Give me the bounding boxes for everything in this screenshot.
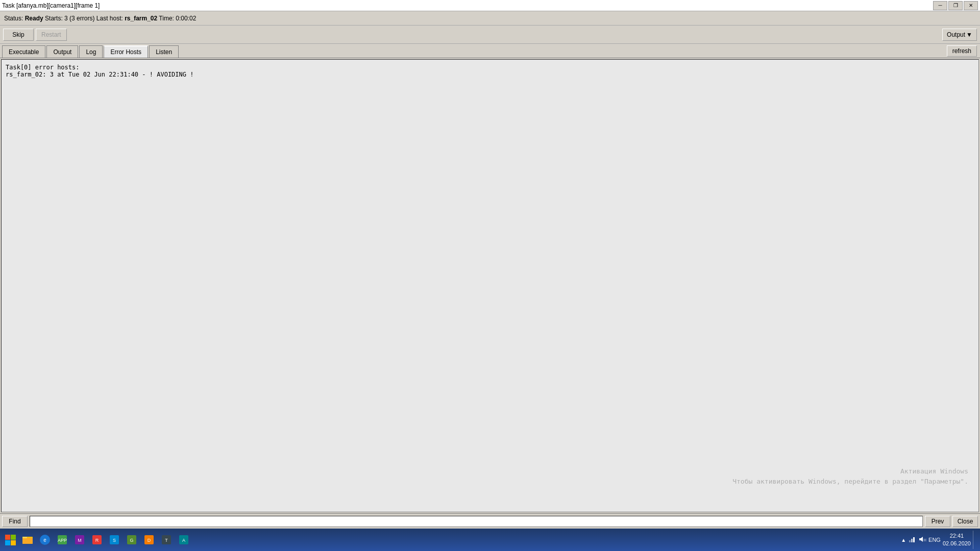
find-input[interactable]: [30, 516, 923, 527]
taskbar-app4[interactable]: M: [71, 532, 88, 548]
find-bar: Find Prev Close: [0, 513, 980, 529]
svg-text:G: G: [130, 538, 133, 543]
network-icon[interactable]: [908, 535, 916, 544]
svg-marker-28: [919, 537, 923, 542]
tab-log-label: Log: [86, 48, 96, 56]
svg-text:M: M: [78, 538, 82, 543]
activation-line1: Активация Windows: [732, 466, 968, 477]
svg-text:D: D: [148, 538, 151, 543]
tab-listen[interactable]: Listen: [149, 45, 179, 58]
taskbar-app7[interactable]: G: [124, 532, 140, 548]
taskbar: e APP M R S G D: [0, 529, 980, 551]
system-tray: ▲ )))) ENG 22:41 02.06.2020: [897, 529, 980, 551]
svg-text:e: e: [43, 537, 46, 543]
status-text: Status: Ready Starts: 3 (3 errors) Last …: [4, 15, 196, 22]
language-indicator[interactable]: ENG: [928, 537, 941, 543]
prev-button[interactable]: Prev: [925, 516, 950, 527]
refresh-button[interactable]: refresh: [947, 45, 977, 57]
activation-line2: Чтобы активировать Windows, перейдите в …: [732, 477, 968, 487]
show-desktop-button[interactable]: [973, 531, 976, 549]
tab-listen-label: Listen: [156, 48, 172, 56]
close-button[interactable]: ✕: [964, 1, 978, 10]
last-host-label: Last host:: [96, 15, 123, 22]
restore-button[interactable]: ❐: [948, 1, 963, 10]
tab-executable[interactable]: Executable: [2, 45, 45, 58]
toolbar-left: Skip Restart: [3, 29, 67, 41]
svg-rect-26: [911, 539, 913, 542]
tabs-container: Executable Output Log Error Hosts Listen: [0, 44, 944, 58]
svg-text:APP: APP: [58, 538, 67, 543]
taskbar-app5[interactable]: R: [89, 532, 105, 548]
sys-tray-icons: ▲ )))) ENG: [901, 535, 941, 544]
starts-label: Starts:: [45, 15, 64, 22]
taskbar-app10[interactable]: A: [176, 532, 192, 548]
output-button[interactable]: Output ▼: [942, 29, 977, 41]
find-close-button[interactable]: Close: [952, 516, 978, 527]
taskbar-app3[interactable]: APP: [54, 532, 70, 548]
restart-button[interactable]: Restart: [36, 29, 67, 41]
refresh-area: refresh: [944, 44, 980, 58]
window-title: Task [afanya.mb][camera1][frame 1]: [2, 2, 100, 9]
main-content-area: Task[0] error hosts: rs_farm_02: 3 at Tu…: [1, 59, 979, 512]
svg-text:S: S: [113, 538, 116, 543]
skip-button[interactable]: Skip: [3, 29, 34, 41]
content-line1: Task[0] error hosts:: [6, 64, 974, 71]
taskbar-app8[interactable]: D: [141, 532, 157, 548]
svg-rect-2: [5, 540, 10, 545]
errors-text: (3 errors): [69, 15, 94, 22]
toolbar: Skip Restart Output ▼: [0, 26, 980, 44]
taskbar-app9[interactable]: T: [158, 532, 175, 548]
content-line2: rs_farm_02: 3 at Tue 02 Jun 22:31:40 - !…: [6, 71, 974, 78]
tray-expand-icon[interactable]: ▲: [901, 537, 906, 543]
clock-time: 22:41: [943, 532, 971, 540]
svg-rect-1: [11, 535, 16, 540]
output-arrow: ▼: [966, 31, 972, 38]
start-button[interactable]: [2, 532, 18, 548]
tabs-and-refresh-bar: Executable Output Log Error Hosts Listen…: [0, 44, 980, 58]
svg-rect-6: [22, 537, 27, 538]
taskbar-app2[interactable]: e: [37, 532, 53, 548]
last-host-value: rs_farm_02: [125, 15, 157, 22]
svg-rect-3: [11, 540, 16, 545]
output-label: Output: [947, 31, 965, 38]
taskbar-app6[interactable]: S: [106, 532, 122, 548]
svg-text:)))): )))): [923, 538, 926, 541]
clock-date: 02.06.2020: [943, 540, 971, 547]
window-controls: ─ ❐ ✕: [933, 1, 978, 10]
minimize-button[interactable]: ─: [933, 1, 947, 10]
tab-executable-label: Executable: [9, 48, 39, 56]
tab-error-hosts[interactable]: Error Hosts: [104, 45, 148, 58]
find-button[interactable]: Find: [2, 516, 28, 527]
svg-rect-5: [22, 538, 33, 544]
svg-rect-25: [909, 540, 911, 542]
clock[interactable]: 22:41 02.06.2020: [943, 532, 971, 548]
status-bar: Status: Ready Starts: 3 (3 errors) Last …: [0, 11, 980, 26]
svg-text:A: A: [182, 538, 185, 543]
title-bar: Task [afanya.mb][camera1][frame 1] ─ ❐ ✕: [0, 0, 980, 11]
starts-count: 3: [64, 15, 68, 22]
activation-watermark: Активация Windows Чтобы активировать Win…: [732, 466, 968, 486]
tab-error-hosts-label: Error Hosts: [110, 48, 141, 56]
tab-output[interactable]: Output: [46, 45, 78, 58]
svg-text:R: R: [95, 538, 99, 543]
taskbar-file-explorer[interactable]: [19, 532, 36, 548]
time-value: 0:00:02: [176, 15, 196, 22]
sound-icon[interactable]: )))): [918, 535, 926, 544]
svg-text:T: T: [165, 538, 168, 543]
status-label: Status:: [4, 15, 25, 22]
tab-output-label: Output: [53, 48, 71, 56]
svg-rect-27: [913, 537, 915, 542]
svg-rect-0: [5, 535, 10, 540]
time-label: Time:: [159, 15, 174, 22]
status-value: Ready: [25, 15, 43, 22]
tab-log[interactable]: Log: [79, 45, 103, 58]
